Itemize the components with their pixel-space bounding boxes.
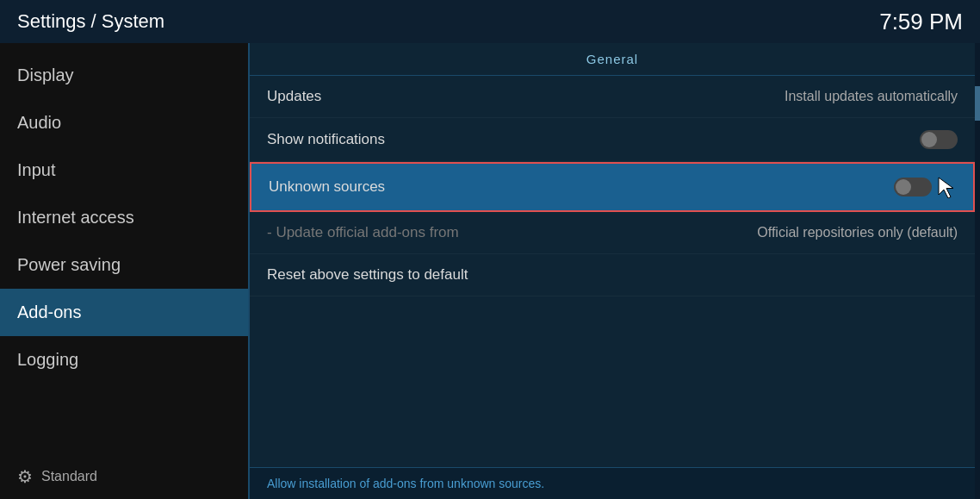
setting-row-updates[interactable]: Updates Install updates automatically [250,76,975,118]
toggle-show-notifications[interactable] [920,130,958,149]
sidebar-item-internet-access[interactable]: Internet access [0,194,248,241]
settings-panel: General Updates Install updates automati… [250,43,975,467]
cursor-icon [937,176,956,198]
sidebar-footer: ⚙ Standard [0,454,248,499]
main-content: General Updates Install updates automati… [248,43,975,499]
setting-row-unknown-sources[interactable]: Unknown sources [250,162,975,212]
section-header: General [250,43,975,76]
header: Settings / System 7:59 PM [0,0,980,43]
main-layout: Display Audio Input Internet access Powe… [0,43,980,499]
setting-label-show-notifications: Show notifications [267,131,385,148]
scrollbar[interactable] [975,43,980,499]
bottom-bar: Allow installation of add-ons from unkno… [250,467,975,499]
svg-marker-0 [939,178,953,198]
sidebar-item-audio[interactable]: Audio [0,99,248,147]
gear-icon: ⚙ [17,466,33,487]
toggle-unknown-sources[interactable] [894,178,932,196]
sidebar-item-add-ons[interactable]: Add-ons [0,289,248,336]
setting-row-update-addons[interactable]: - Update official add-ons from Official … [250,212,975,254]
sidebar: Display Audio Input Internet access Powe… [0,43,248,499]
sidebar-footer-label: Standard [41,469,97,484]
setting-label-reset: Reset above settings to default [267,266,468,284]
clock: 7:59 PM [879,9,963,35]
sidebar-item-display[interactable]: Display [0,52,248,99]
sidebar-item-power-saving[interactable]: Power saving [0,241,248,289]
setting-row-show-notifications[interactable]: Show notifications [250,118,975,162]
scrollbar-thumb[interactable] [975,86,980,121]
setting-label-updates: Updates [267,88,321,105]
setting-label-update-addons: - Update official add-ons from [267,224,459,241]
setting-label-unknown-sources: Unknown sources [269,178,385,196]
setting-row-reset[interactable]: Reset above settings to default [250,254,975,296]
page-title: Settings / System [17,10,164,33]
sidebar-item-logging[interactable]: Logging [0,336,248,384]
bottom-text: Allow installation of add-ons from unkno… [267,477,544,490]
setting-value-update-addons: Official repositories only (default) [757,225,958,240]
setting-value-updates: Install updates automatically [785,89,958,104]
sidebar-item-input[interactable]: Input [0,147,248,194]
